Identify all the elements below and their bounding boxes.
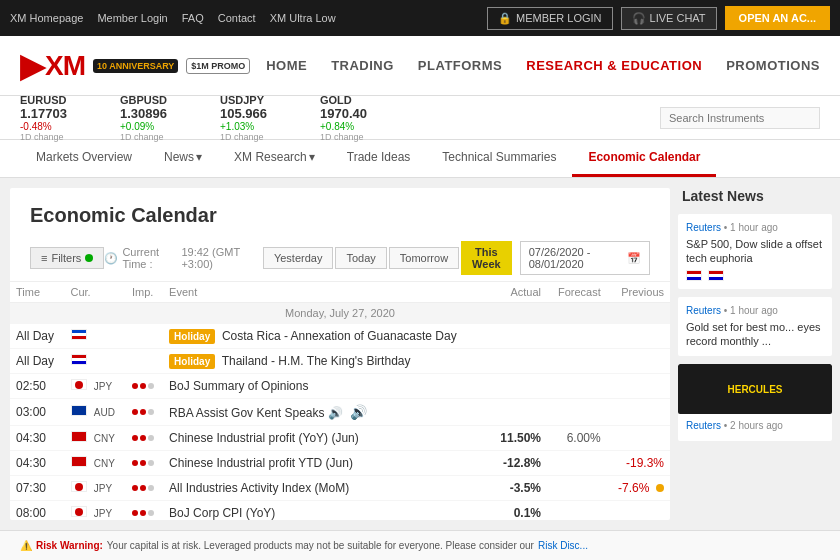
cell-actual [490, 349, 547, 374]
contact-link[interactable]: Contact [218, 12, 256, 24]
nav-research-education[interactable]: RESEARCH & EDUCATION [526, 58, 702, 73]
calendar-icon[interactable]: 📅 [627, 252, 641, 265]
table-row: All Day Holiday Costa Rica - Annexation … [10, 324, 670, 349]
ticker-price: 1.30896 [120, 106, 200, 121]
subnav-news[interactable]: News ▾ [148, 140, 218, 177]
table-row: 04:30 CNY Chinese Industri [10, 451, 670, 476]
live-chat-button[interactable]: 🎧 LIVE CHAT [621, 7, 717, 30]
this-week-button[interactable]: This Week [461, 241, 512, 275]
news-source: Reuters • 2 hours ago [686, 420, 824, 431]
top-nav-right: 🔒 MEMBER LOGIN 🎧 LIVE CHAT OPEN AN AC... [487, 6, 830, 30]
flag-icon [71, 456, 87, 467]
cell-actual [490, 399, 547, 426]
cell-previous [607, 349, 670, 374]
subnav-markets-overview[interactable]: Markets Overview [20, 140, 148, 177]
ticker-price: 1.17703 [20, 106, 100, 121]
cell-previous [607, 324, 670, 349]
cell-forecast [547, 451, 607, 476]
latest-news-panel: Latest News Reuters • 1 hour ago S&P 500… [670, 178, 840, 530]
anniversary-badge: 10 ANNIVERSARY [93, 59, 178, 73]
nav-home[interactable]: HOME [266, 58, 307, 73]
ticker-eurusd[interactable]: EURUSD 1.17703 -0.48% 1D change [20, 94, 100, 142]
ticker-usdjpy[interactable]: USDJPY 105.966 +1.03% 1D change [220, 94, 300, 142]
economic-calendar-title: Economic Calendar [10, 188, 670, 235]
flag-icon [71, 379, 87, 390]
filters-button[interactable]: ≡ Filters [30, 247, 104, 269]
ticker-change: +0.84% [320, 121, 400, 132]
subnav-technical-summaries[interactable]: Technical Summaries [426, 140, 572, 177]
risk-warning-bar: ⚠️ Risk Warning: Your capital is at risk… [0, 530, 840, 560]
cell-previous: -19.3% [607, 451, 670, 476]
nav-trading[interactable]: TRADING [331, 58, 394, 73]
col-cur: Cur. [65, 282, 127, 303]
cell-actual: 11.50% [490, 426, 547, 451]
news-item[interactable]: HERCULES Reuters • 2 hours ago [678, 364, 832, 441]
cell-event: All Industries Activity Index (MoM) [163, 476, 490, 501]
cell-previous [607, 399, 670, 426]
date-range-display: 07/26/2020 - 08/01/2020 📅 [520, 241, 650, 275]
top-navigation: XM Homepage Member Login FAQ Contact XM … [0, 0, 840, 36]
logo-area: ▶ XM 10 ANNIVERSARY $1M PROMO [20, 47, 250, 85]
subnav-economic-calendar[interactable]: Economic Calendar [572, 140, 716, 177]
news-item[interactable]: Reuters • 1 hour ago S&P 500, Dow slide … [678, 214, 832, 289]
cell-event: BoJ Summary of Opinions [163, 374, 490, 399]
nav-promotions[interactable]: PROMOTIONS [726, 58, 820, 73]
member-login-button[interactable]: 🔒 MEMBER LOGIN [487, 7, 613, 30]
subnav-trade-ideas[interactable]: Trade Ideas [331, 140, 427, 177]
cell-actual: -12.8% [490, 451, 547, 476]
filter-icon: ≡ [41, 252, 47, 264]
economic-calendar-panel: Economic Calendar ≡ Filters 🕐 Current Ti… [10, 188, 670, 520]
risk-warning-label: Risk Warning: [36, 540, 103, 551]
sub-navigation: Markets Overview News ▾ XM Research ▾ Tr… [0, 140, 840, 178]
subnav-xm-research[interactable]: XM Research ▾ [218, 140, 331, 177]
news-item[interactable]: Reuters • 1 hour ago Gold set for best m… [678, 297, 832, 357]
cell-currency: JPY [65, 374, 127, 399]
member-login-link[interactable]: Member Login [97, 12, 167, 24]
risk-disclosure-link[interactable]: Risk Disc... [538, 540, 588, 551]
ultra-low-link[interactable]: XM Ultra Low [270, 12, 336, 24]
cell-previous [607, 501, 670, 521]
flag-icon [71, 405, 87, 416]
col-forecast: Forecast [547, 282, 607, 303]
cell-forecast [547, 349, 607, 374]
cell-time: 07:30 [10, 476, 65, 501]
col-event: Event [163, 282, 490, 303]
cell-currency: CNY [65, 426, 127, 451]
today-button[interactable]: Today [335, 247, 386, 269]
cell-currency: JPY [65, 476, 127, 501]
nav-platforms[interactable]: PLATFORMS [418, 58, 502, 73]
cell-event: BoJ Corp CPI (YoY) [163, 501, 490, 521]
hercules-promo-image: HERCULES [678, 364, 832, 414]
search-instruments-input[interactable] [660, 107, 820, 129]
cell-imp [126, 501, 163, 521]
open-account-button[interactable]: OPEN AN AC... [725, 6, 830, 30]
news-source: Reuters • 1 hour ago [686, 222, 824, 233]
col-actual: Actual [490, 282, 547, 303]
cell-previous [607, 426, 670, 451]
flag-icon [71, 329, 87, 340]
xm-homepage-link[interactable]: XM Homepage [10, 12, 83, 24]
cell-time: 03:00 [10, 399, 65, 426]
table-row: All Day Holiday Thailand - H.M. The King… [10, 349, 670, 374]
main-header: ▶ XM 10 ANNIVERSARY $1M PROMO HOME TRADI… [0, 36, 840, 96]
ticker-gold[interactable]: GOLD 1970.40 +0.84% 1D change [320, 94, 400, 142]
ticker-change: +1.03% [220, 121, 300, 132]
ticker-symbol: USDJPY [220, 94, 300, 106]
cell-time: All Day [10, 324, 65, 349]
cell-forecast: 6.00% [547, 426, 607, 451]
ticker-gbpusd[interactable]: GBPUSD 1.30896 +0.09% 1D change [120, 94, 200, 142]
cell-forecast [547, 476, 607, 501]
cell-imp [126, 426, 163, 451]
speaker-icon: 🔊 [350, 404, 367, 420]
main-navigation: HOME TRADING PLATFORMS RESEARCH & EDUCAT… [266, 58, 820, 73]
cell-time: All Day [10, 349, 65, 374]
cell-event: Chinese Industrial profit YTD (Jun) [163, 451, 490, 476]
faq-link[interactable]: FAQ [182, 12, 204, 24]
yesterday-button[interactable]: Yesterday [263, 247, 334, 269]
tomorrow-button[interactable]: Tomorrow [389, 247, 459, 269]
cell-event: Chinese Industrial profit (YoY) (Jun) [163, 426, 490, 451]
ticker-bar: EURUSD 1.17703 -0.48% 1D change GBPUSD 1… [0, 96, 840, 140]
cell-time: 04:30 [10, 451, 65, 476]
clock-icon: 🕐 [104, 252, 118, 265]
ticker-price: 105.966 [220, 106, 300, 121]
